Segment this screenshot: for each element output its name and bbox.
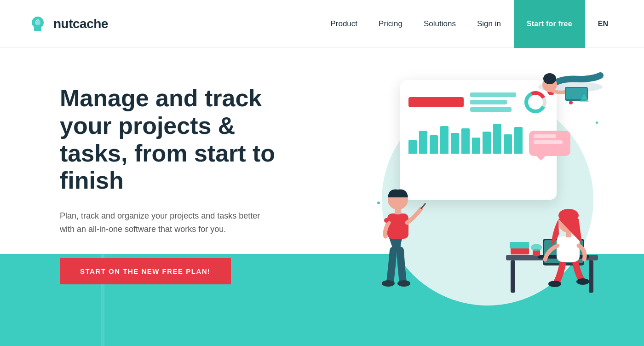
main-nav: Product Pricing Solutions Sign in Start … bbox=[322, 0, 616, 48]
bubble-line-1 bbox=[534, 134, 556, 138]
header: nutcache Product Pricing Solutions Sign … bbox=[0, 0, 644, 48]
board-line-2 bbox=[470, 100, 507, 104]
deco-dot-1 bbox=[569, 101, 573, 104]
svg-rect-16 bbox=[511, 260, 515, 293]
svg-line-12 bbox=[421, 203, 426, 209]
svg-point-9 bbox=[382, 280, 395, 287]
bar-9 bbox=[493, 124, 501, 154]
bar-5 bbox=[451, 133, 459, 154]
svg-point-6 bbox=[543, 73, 556, 84]
svg-rect-22 bbox=[510, 242, 529, 248]
nav-product[interactable]: Product bbox=[322, 15, 366, 33]
nav-solutions[interactable]: Solutions bbox=[415, 15, 464, 33]
board-lines bbox=[470, 92, 516, 112]
bar-1 bbox=[408, 140, 417, 154]
bar-7 bbox=[472, 138, 480, 154]
speech-bubble bbox=[529, 131, 570, 156]
svg-point-26 bbox=[576, 278, 589, 285]
svg-rect-11 bbox=[387, 213, 408, 239]
bubble-line-2 bbox=[534, 140, 563, 144]
logo-text: nutcache bbox=[53, 17, 108, 31]
hero-section: Manage and track your projects & tasks, … bbox=[0, 48, 644, 346]
hero-content: Manage and track your projects & tasks, … bbox=[0, 48, 354, 346]
person-sitting-illustration bbox=[538, 209, 612, 301]
cta-button[interactable]: START ON THE NEW FREE PLAN! bbox=[60, 258, 231, 284]
bar-3 bbox=[430, 135, 438, 154]
start-free-button[interactable]: Start for free bbox=[514, 0, 585, 48]
deco-triangle-icon bbox=[580, 94, 589, 102]
bar-chart bbox=[408, 121, 548, 154]
bar-4 bbox=[440, 126, 448, 154]
svg-point-10 bbox=[397, 280, 410, 287]
hero-title: Manage and track your projects & tasks, … bbox=[60, 85, 308, 195]
board-red-bar bbox=[408, 97, 464, 107]
hero-subtitle: Plan, track and organize your projects a… bbox=[60, 209, 276, 236]
bar-10 bbox=[504, 134, 512, 154]
bar-11 bbox=[514, 127, 523, 154]
deco-dot-4 bbox=[377, 202, 380, 204]
deco-dot-2 bbox=[596, 121, 598, 124]
svg-rect-27 bbox=[557, 236, 580, 262]
nutcache-logo-icon bbox=[28, 14, 48, 34]
svg-point-25 bbox=[548, 281, 561, 287]
board-line-3 bbox=[470, 107, 512, 112]
bar-8 bbox=[483, 132, 491, 154]
nav-pricing[interactable]: Pricing bbox=[370, 15, 411, 33]
hero-illustration bbox=[354, 48, 644, 346]
svg-rect-21 bbox=[511, 248, 529, 254]
board-line-1 bbox=[470, 92, 516, 97]
illustration-container bbox=[359, 57, 626, 315]
bar-2 bbox=[419, 131, 427, 154]
nav-signin[interactable]: Sign in bbox=[469, 15, 509, 33]
svg-point-30 bbox=[558, 209, 579, 222]
language-selector[interactable]: EN bbox=[590, 15, 616, 33]
bar-6 bbox=[461, 128, 470, 154]
logo[interactable]: nutcache bbox=[28, 14, 108, 34]
deco-dot-3 bbox=[384, 218, 389, 223]
person-standing-illustration bbox=[368, 177, 428, 287]
